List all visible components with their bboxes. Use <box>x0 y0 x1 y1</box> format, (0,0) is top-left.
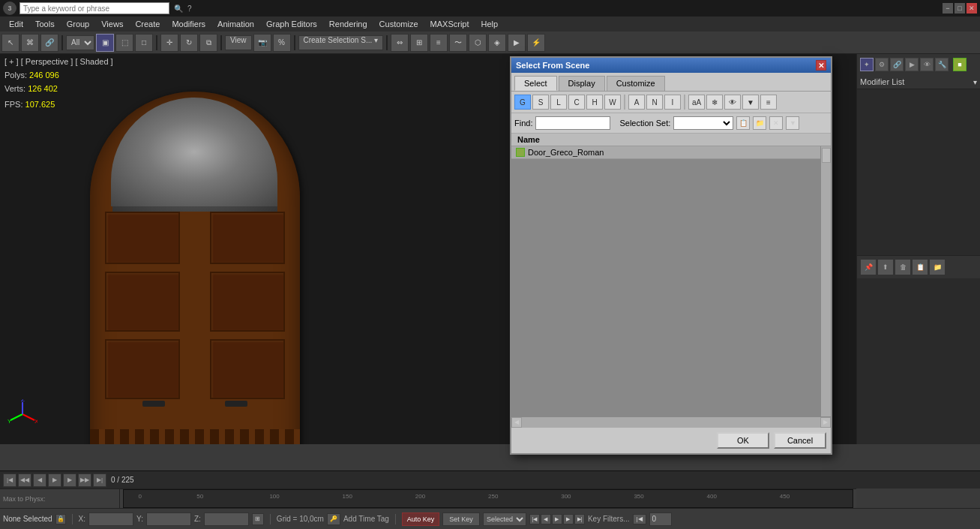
set-key-btn[interactable]: Set Key <box>442 512 480 526</box>
percent-snap-btn[interactable]: % <box>273 34 291 52</box>
modifier-list-dropdown-icon[interactable]: ▾ <box>973 78 977 86</box>
key-icon[interactable]: 🔑 <box>327 513 340 525</box>
play-end-btn[interactable]: ▶| <box>93 473 106 487</box>
scale-btn[interactable]: ⧉ <box>199 34 217 52</box>
menu-item-views[interactable]: Views <box>95 18 129 30</box>
quick-render-btn[interactable]: ⚡ <box>527 34 545 52</box>
hscroll-left-btn[interactable]: ◀ <box>511 417 522 428</box>
dlg-tb-case-btn[interactable]: aA <box>688 95 705 110</box>
rotate-btn[interactable]: ↻ <box>180 34 198 52</box>
select-object-btn[interactable]: ▣ <box>96 34 114 52</box>
dlg-find-copy-btn[interactable]: 📋 <box>736 116 750 130</box>
dlg-tb-none-btn[interactable]: N <box>646 95 663 110</box>
dlg-tb-shape-btn[interactable]: S <box>532 95 549 110</box>
curve-editor-btn[interactable]: 〜 <box>449 34 467 52</box>
menu-item-tools[interactable]: Tools <box>29 18 61 30</box>
select-region-btn[interactable]: ⬚ <box>115 34 133 52</box>
menu-item-graph-editors[interactable]: Graph Editors <box>260 18 323 30</box>
scroll-thumb[interactable] <box>822 148 831 163</box>
anim-start-btn[interactable]: |◀ <box>529 514 540 524</box>
dialog-ok-button[interactable]: OK <box>717 432 769 449</box>
select-rect-btn[interactable]: □ <box>135 34 153 52</box>
dlg-find-clear-btn[interactable]: ✕ <box>769 116 783 130</box>
dlg-tb-filter-btn[interactable]: ▼ <box>742 95 759 110</box>
align-btn[interactable]: ⊞ <box>410 34 428 52</box>
create-selection-btn[interactable]: Create Selection S... ▾ <box>298 35 384 50</box>
dialog-list[interactable]: Door_Greco_Roman <box>511 146 831 416</box>
next-frame-btn[interactable]: ▶ <box>63 473 76 487</box>
render-btn[interactable]: ▶ <box>508 34 526 52</box>
menu-item-modifiers[interactable]: Modifiers <box>166 18 211 30</box>
dlg-tb-hidden-btn[interactable]: 👁 <box>724 95 741 110</box>
anim-end-btn[interactable]: ▶| <box>574 514 585 524</box>
rp-icon-modify[interactable]: ⚙ <box>875 58 889 71</box>
camera-btn[interactable]: 📷 <box>253 34 271 52</box>
menu-item-edit[interactable]: Edit <box>3 18 29 30</box>
dlg-tb-cam-btn[interactable]: C <box>568 95 585 110</box>
menu-item-customize[interactable]: Customize <box>373 18 424 30</box>
close-button[interactable]: ✕ <box>967 3 977 14</box>
rp-color-swatch[interactable]: ■ <box>953 58 967 71</box>
anim-play-btn[interactable]: ▶ <box>552 514 562 524</box>
rp-icon-hierarchy[interactable]: 🔗 <box>890 58 904 71</box>
menu-item-create[interactable]: Create <box>129 18 166 30</box>
timeline-track[interactable]: 0 50 100 150 200 250 300 350 400 450 <box>123 489 853 508</box>
copy-mod-btn[interactable]: 📋 <box>912 259 928 275</box>
dlg-tb-helper-btn[interactable]: H <box>586 95 603 110</box>
z-coord-input[interactable] <box>204 512 249 526</box>
find-input[interactable] <box>535 116 610 130</box>
dlg-tb-all-btn[interactable]: A <box>628 95 645 110</box>
selected-dropdown[interactable]: Selected <box>483 512 526 526</box>
frame-number-input[interactable] <box>649 512 672 526</box>
rp-icon-display[interactable]: 👁 <box>920 58 934 71</box>
material-btn[interactable]: ◈ <box>488 34 506 52</box>
title-search-input[interactable] <box>19 2 169 14</box>
play-btn[interactable]: ▶ <box>48 473 61 487</box>
list-item[interactable]: Door_Greco_Roman <box>511 146 831 159</box>
pin-btn[interactable]: 📌 <box>860 259 877 275</box>
play-start-btn[interactable]: |◀ <box>3 473 16 487</box>
freehand-select-btn[interactable]: ⌘ <box>21 34 39 52</box>
selection-set-dropdown[interactable] <box>673 116 733 130</box>
layer-btn[interactable]: ≡ <box>430 34 448 52</box>
rp-icon-motion[interactable]: ▶ <box>905 58 919 71</box>
menu-item-rendering[interactable]: Rendering <box>323 18 373 30</box>
rp-icon-create[interactable]: ✦ <box>860 58 874 71</box>
prev-frame-btn[interactable]: ◀ <box>33 473 46 487</box>
dlg-tb-invert-btn[interactable]: I <box>664 95 681 110</box>
delete-mod-btn[interactable]: 🗑 <box>895 259 911 275</box>
hscroll-right-btn[interactable]: ▶ <box>820 417 831 428</box>
menu-item-group[interactable]: Group <box>61 18 96 30</box>
dlg-tb-list-btn[interactable]: ≡ <box>760 95 777 110</box>
dialog-cancel-button[interactable]: Cancel <box>774 432 826 449</box>
menu-item-animation[interactable]: Animation <box>211 18 260 30</box>
anim-prev-btn[interactable]: ◀ <box>541 514 551 524</box>
anim-next-btn[interactable]: ▶ <box>563 514 574 524</box>
dlg-find-option-btn[interactable]: ▼ <box>786 116 799 130</box>
dialog-tab-select[interactable]: Select <box>514 76 557 91</box>
dialog-close-button[interactable]: ✕ <box>816 60 826 71</box>
y-coord-input[interactable] <box>146 512 191 526</box>
select-filter-dropdown[interactable]: All <box>66 35 94 50</box>
minimize-button[interactable]: − <box>943 3 953 14</box>
absolute-relative-btn[interactable]: ⊞ <box>252 513 264 525</box>
lock-selection-btn[interactable]: 🔒 <box>55 514 66 524</box>
dialog-tab-display[interactable]: Display <box>559 76 605 91</box>
mirror-btn[interactable]: ⇔ <box>391 34 409 52</box>
frame-nav-start-btn[interactable]: |◀ <box>633 514 646 524</box>
select-tool-btn[interactable]: ↖ <box>1 34 19 52</box>
paste-mod-btn[interactable]: 📁 <box>929 259 946 275</box>
dlg-find-paste-btn[interactable]: 📁 <box>753 116 766 130</box>
maximize-button[interactable]: □ <box>955 3 965 14</box>
menu-item-help[interactable]: Help <box>475 18 505 30</box>
x-coord-input[interactable] <box>88 512 133 526</box>
dlg-tb-space-warp-btn[interactable]: W <box>604 95 621 110</box>
menu-item-maxscript[interactable]: MAXScript <box>424 18 475 30</box>
dlg-tb-light-btn[interactable]: L <box>550 95 567 110</box>
dialog-scrollbar[interactable] <box>820 146 831 416</box>
prev-key-btn[interactable]: ◀◀ <box>18 473 31 487</box>
move-to-top-btn[interactable]: ⬆ <box>877 259 894 275</box>
dialog-tab-customize[interactable]: Customize <box>607 76 665 91</box>
link-btn[interactable]: 🔗 <box>40 34 58 52</box>
rp-icon-utilities[interactable]: 🔧 <box>935 58 949 71</box>
